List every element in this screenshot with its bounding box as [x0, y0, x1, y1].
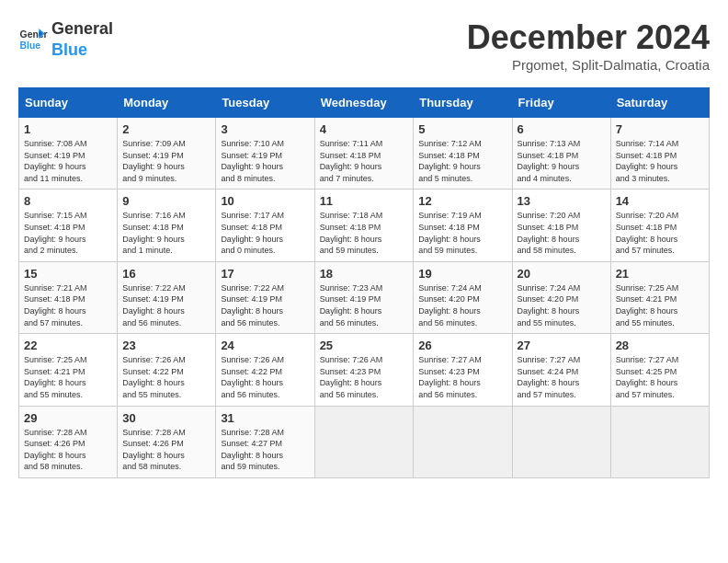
day-number: 25: [320, 339, 409, 352]
day-info: Sunrise: 7:27 AM Sunset: 4:25 PM Dayligh…: [616, 354, 704, 400]
calendar-cell: 5Sunrise: 7:12 AM Sunset: 4:18 PM Daylig…: [414, 118, 512, 190]
day-number: 14: [616, 194, 704, 208]
day-number: 6: [518, 122, 606, 136]
logo-icon: General Blue: [18, 25, 48, 54]
title-block: December 2024 Prgomet, Split-Dalmatia, C…: [467, 18, 710, 73]
calendar-cell: 4Sunrise: 7:11 AM Sunset: 4:18 PM Daylig…: [314, 118, 414, 190]
day-info: Sunrise: 7:28 AM Sunset: 4:26 PM Dayligh…: [122, 427, 210, 473]
day-number: 27: [518, 339, 606, 352]
day-info: Sunrise: 7:25 AM Sunset: 4:21 PM Dayligh…: [24, 354, 112, 400]
day-info: Sunrise: 7:11 AM Sunset: 4:18 PM Dayligh…: [320, 138, 409, 184]
day-info: Sunrise: 7:09 AM Sunset: 4:19 PM Dayligh…: [122, 138, 210, 184]
day-number: 11: [320, 194, 409, 208]
day-info: Sunrise: 7:23 AM Sunset: 4:19 PM Dayligh…: [320, 282, 409, 328]
calendar-header-monday: Monday: [118, 88, 216, 118]
calendar-cell: 27Sunrise: 7:27 AM Sunset: 4:24 PM Dayli…: [512, 334, 610, 406]
day-info: Sunrise: 7:19 AM Sunset: 4:18 PM Dayligh…: [418, 210, 506, 256]
calendar-cell: [314, 406, 414, 477]
calendar-header-row: SundayMondayTuesdayWednesdayThursdayFrid…: [19, 88, 710, 118]
calendar-cell: 30Sunrise: 7:28 AM Sunset: 4:26 PM Dayli…: [118, 406, 216, 477]
logo-text: General Blue: [51, 18, 113, 62]
day-number: 13: [518, 194, 606, 208]
day-number: 16: [122, 267, 210, 281]
day-number: 7: [616, 122, 704, 136]
calendar-week-row: 22Sunrise: 7:25 AM Sunset: 4:21 PM Dayli…: [19, 334, 710, 406]
calendar-cell: 26Sunrise: 7:27 AM Sunset: 4:23 PM Dayli…: [414, 334, 512, 406]
page-header: General Blue General Blue December 2024 …: [18, 18, 710, 73]
calendar-cell: 29Sunrise: 7:28 AM Sunset: 4:26 PM Dayli…: [19, 406, 118, 477]
calendar-header-wednesday: Wednesday: [314, 88, 414, 118]
day-info: Sunrise: 7:28 AM Sunset: 4:26 PM Dayligh…: [24, 427, 112, 473]
day-info: Sunrise: 7:14 AM Sunset: 4:18 PM Dayligh…: [616, 138, 704, 184]
page-title: December 2024: [467, 18, 710, 57]
calendar-cell: 10Sunrise: 7:17 AM Sunset: 4:18 PM Dayli…: [216, 190, 314, 261]
day-info: Sunrise: 7:24 AM Sunset: 4:20 PM Dayligh…: [518, 282, 606, 328]
calendar-cell: 7Sunrise: 7:14 AM Sunset: 4:18 PM Daylig…: [610, 118, 709, 190]
calendar-cell: 22Sunrise: 7:25 AM Sunset: 4:21 PM Dayli…: [19, 334, 118, 406]
calendar-cell: 23Sunrise: 7:26 AM Sunset: 4:22 PM Dayli…: [118, 334, 216, 406]
day-number: 29: [24, 411, 112, 425]
day-number: 15: [24, 267, 112, 281]
day-number: 10: [221, 194, 309, 208]
day-info: Sunrise: 7:22 AM Sunset: 4:19 PM Dayligh…: [122, 282, 210, 328]
day-info: Sunrise: 7:10 AM Sunset: 4:19 PM Dayligh…: [221, 138, 309, 184]
calendar-cell: 21Sunrise: 7:25 AM Sunset: 4:21 PM Dayli…: [610, 261, 709, 333]
calendar-cell: 17Sunrise: 7:22 AM Sunset: 4:19 PM Dayli…: [216, 261, 314, 333]
calendar-week-row: 29Sunrise: 7:28 AM Sunset: 4:26 PM Dayli…: [19, 406, 710, 477]
calendar-cell: [414, 406, 512, 477]
day-number: 23: [122, 339, 210, 352]
calendar-cell: 20Sunrise: 7:24 AM Sunset: 4:20 PM Dayli…: [512, 261, 610, 333]
day-info: Sunrise: 7:18 AM Sunset: 4:18 PM Dayligh…: [320, 210, 409, 256]
calendar-header-thursday: Thursday: [414, 88, 512, 118]
calendar-week-row: 8Sunrise: 7:15 AM Sunset: 4:18 PM Daylig…: [19, 190, 710, 261]
calendar-cell: 6Sunrise: 7:13 AM Sunset: 4:18 PM Daylig…: [512, 118, 610, 190]
day-info: Sunrise: 7:17 AM Sunset: 4:18 PM Dayligh…: [221, 210, 309, 256]
calendar-cell: 1Sunrise: 7:08 AM Sunset: 4:19 PM Daylig…: [19, 118, 118, 190]
calendar-cell: 9Sunrise: 7:16 AM Sunset: 4:18 PM Daylig…: [118, 190, 216, 261]
calendar-cell: 18Sunrise: 7:23 AM Sunset: 4:19 PM Dayli…: [314, 261, 414, 333]
day-info: Sunrise: 7:16 AM Sunset: 4:18 PM Dayligh…: [122, 210, 210, 256]
day-number: 17: [221, 267, 309, 281]
calendar-week-row: 15Sunrise: 7:21 AM Sunset: 4:18 PM Dayli…: [19, 261, 710, 333]
day-number: 8: [24, 194, 112, 208]
day-info: Sunrise: 7:25 AM Sunset: 4:21 PM Dayligh…: [616, 282, 704, 328]
day-info: Sunrise: 7:24 AM Sunset: 4:20 PM Dayligh…: [418, 282, 506, 328]
day-number: 9: [122, 194, 210, 208]
day-info: Sunrise: 7:27 AM Sunset: 4:24 PM Dayligh…: [518, 354, 606, 400]
day-number: 28: [616, 339, 704, 352]
calendar-header-sunday: Sunday: [19, 88, 118, 118]
calendar-cell: [512, 406, 610, 477]
day-number: 5: [418, 122, 506, 136]
calendar-week-row: 1Sunrise: 7:08 AM Sunset: 4:19 PM Daylig…: [19, 118, 710, 190]
day-info: Sunrise: 7:20 AM Sunset: 4:18 PM Dayligh…: [616, 210, 704, 256]
calendar-header-saturday: Saturday: [610, 88, 709, 118]
day-number: 12: [418, 194, 506, 208]
day-info: Sunrise: 7:28 AM Sunset: 4:27 PM Dayligh…: [221, 427, 309, 473]
calendar-cell: 19Sunrise: 7:24 AM Sunset: 4:20 PM Dayli…: [414, 261, 512, 333]
day-number: 4: [320, 122, 409, 136]
logo: General Blue General Blue: [18, 18, 113, 62]
day-info: Sunrise: 7:26 AM Sunset: 4:22 PM Dayligh…: [122, 354, 210, 400]
calendar-cell: [610, 406, 709, 477]
svg-text:General: General: [20, 30, 48, 40]
calendar-cell: 13Sunrise: 7:20 AM Sunset: 4:18 PM Dayli…: [512, 190, 610, 261]
calendar-header-tuesday: Tuesday: [216, 88, 314, 118]
day-number: 2: [122, 122, 210, 136]
day-info: Sunrise: 7:15 AM Sunset: 4:18 PM Dayligh…: [24, 210, 112, 256]
day-info: Sunrise: 7:20 AM Sunset: 4:18 PM Dayligh…: [518, 210, 606, 256]
calendar-header-friday: Friday: [512, 88, 610, 118]
day-info: Sunrise: 7:26 AM Sunset: 4:22 PM Dayligh…: [221, 354, 309, 400]
calendar-cell: 14Sunrise: 7:20 AM Sunset: 4:18 PM Dayli…: [610, 190, 709, 261]
calendar-cell: 12Sunrise: 7:19 AM Sunset: 4:18 PM Dayli…: [414, 190, 512, 261]
day-number: 30: [122, 411, 210, 425]
day-number: 18: [320, 267, 409, 281]
calendar-cell: 16Sunrise: 7:22 AM Sunset: 4:19 PM Dayli…: [118, 261, 216, 333]
day-number: 31: [221, 411, 309, 425]
calendar-cell: 31Sunrise: 7:28 AM Sunset: 4:27 PM Dayli…: [216, 406, 314, 477]
calendar-cell: 28Sunrise: 7:27 AM Sunset: 4:25 PM Dayli…: [610, 334, 709, 406]
day-number: 24: [221, 339, 309, 352]
day-info: Sunrise: 7:13 AM Sunset: 4:18 PM Dayligh…: [518, 138, 606, 184]
calendar-cell: 25Sunrise: 7:26 AM Sunset: 4:23 PM Dayli…: [314, 334, 414, 406]
calendar-cell: 3Sunrise: 7:10 AM Sunset: 4:19 PM Daylig…: [216, 118, 314, 190]
day-number: 26: [418, 339, 506, 352]
